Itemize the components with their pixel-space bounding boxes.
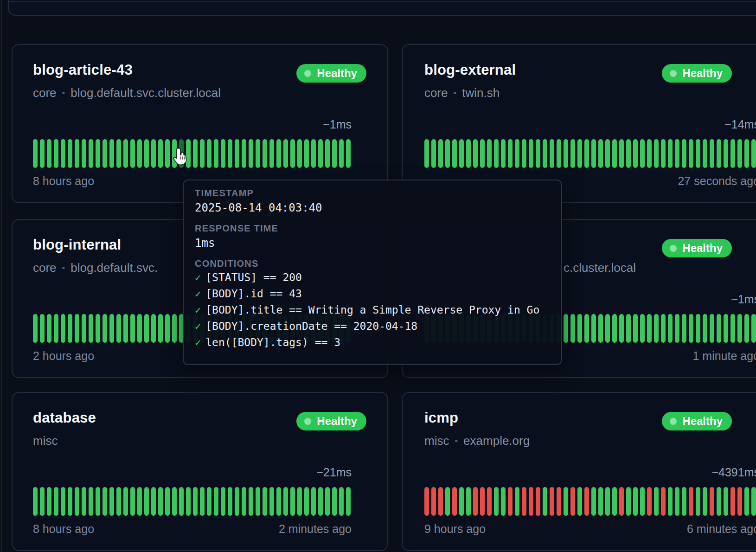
- uptime-bar[interactable]: [584, 487, 589, 516]
- uptime-bar[interactable]: [144, 139, 149, 168]
- uptime-bar[interactable]: [494, 487, 499, 516]
- uptime-bar[interactable]: [276, 139, 281, 168]
- uptime-bar[interactable]: [730, 487, 735, 516]
- uptime-bar[interactable]: [325, 487, 330, 516]
- uptime-bar[interactable]: [570, 139, 575, 168]
- uptime-bar[interactable]: [186, 487, 191, 516]
- uptime-bar[interactable]: [123, 487, 128, 516]
- uptime-bar[interactable]: [654, 487, 659, 516]
- uptime-bar[interactable]: [724, 487, 728, 516]
- uptime-bar[interactable]: [137, 139, 142, 168]
- uptime-bar[interactable]: [612, 487, 617, 516]
- uptime-bar[interactable]: [591, 487, 596, 516]
- uptime-bar[interactable]: [137, 314, 142, 343]
- uptime-bar[interactable]: [61, 139, 65, 168]
- uptime-bar[interactable]: [61, 487, 65, 516]
- uptime-bar[interactable]: [325, 139, 330, 168]
- uptime-bar[interactable]: [577, 314, 582, 343]
- uptime-bar[interactable]: [717, 139, 721, 168]
- uptime-bar[interactable]: [249, 139, 253, 168]
- uptime-bar[interactable]: [570, 487, 575, 516]
- uptime-bar[interactable]: [543, 139, 547, 168]
- uptime-bar[interactable]: [40, 139, 45, 168]
- uptime-bar[interactable]: [605, 487, 610, 516]
- uptime-bar[interactable]: [68, 139, 72, 168]
- uptime-bar[interactable]: [40, 487, 45, 516]
- uptime-bar[interactable]: [612, 314, 617, 343]
- uptime-bar[interactable]: [466, 139, 471, 168]
- uptime-bar[interactable]: [54, 314, 58, 343]
- uptime-bar[interactable]: [626, 139, 631, 168]
- uptime-bar[interactable]: [304, 487, 309, 516]
- uptime-bar[interactable]: [445, 139, 450, 168]
- uptime-bar[interactable]: [283, 487, 288, 516]
- uptime-bar[interactable]: [570, 314, 575, 343]
- uptime-bar[interactable]: [737, 314, 742, 343]
- uptime-bar[interactable]: [647, 139, 652, 168]
- uptime-bar[interactable]: [82, 314, 86, 343]
- uptime-bar[interactable]: [522, 487, 526, 516]
- uptime-bar[interactable]: [123, 139, 128, 168]
- uptime-bar[interactable]: [235, 139, 239, 168]
- uptime-bar[interactable]: [47, 139, 51, 168]
- uptime-bar[interactable]: [221, 487, 225, 516]
- uptime-bar[interactable]: [256, 487, 260, 516]
- uptime-bar[interactable]: [689, 139, 693, 168]
- uptime-bar[interactable]: [605, 314, 610, 343]
- uptime-bar[interactable]: [626, 487, 631, 516]
- uptime-bar[interactable]: [591, 139, 596, 168]
- uptime-bar[interactable]: [297, 487, 302, 516]
- uptime-bar[interactable]: [424, 139, 429, 168]
- uptime-bar[interactable]: [68, 487, 72, 516]
- uptime-bar[interactable]: [339, 487, 344, 516]
- uptime-bar[interactable]: [89, 314, 93, 343]
- uptime-bar[interactable]: [249, 487, 253, 516]
- uptime-bar[interactable]: [633, 487, 638, 516]
- uptime-bar[interactable]: [207, 139, 211, 168]
- uptime-bar[interactable]: [172, 314, 177, 343]
- uptime-bar[interactable]: [459, 139, 464, 168]
- uptime-bar[interactable]: [318, 139, 323, 168]
- uptime-bar[interactable]: [584, 314, 589, 343]
- uptime-bar[interactable]: [431, 139, 436, 168]
- uptime-bar[interactable]: [744, 314, 749, 343]
- uptime-bar[interactable]: [487, 487, 492, 516]
- uptime-bar[interactable]: [96, 139, 100, 168]
- uptime-bar[interactable]: [480, 487, 485, 516]
- uptime-bar[interactable]: [61, 314, 65, 343]
- uptime-bar[interactable]: [730, 139, 735, 168]
- uptime-bar[interactable]: [529, 487, 533, 516]
- uptime-bar[interactable]: [158, 487, 163, 516]
- uptime-bar[interactable]: [75, 139, 79, 168]
- uptime-bar[interactable]: [200, 139, 205, 168]
- uptime-bar[interactable]: [459, 487, 464, 516]
- uptime-bar[interactable]: [54, 487, 58, 516]
- uptime-bar[interactable]: [550, 139, 554, 168]
- uptime-bar[interactable]: [675, 487, 679, 516]
- uptime-bar[interactable]: [494, 139, 499, 168]
- uptime-bar[interactable]: [619, 314, 624, 343]
- uptime-bar[interactable]: [598, 314, 603, 343]
- uptime-bar[interactable]: [256, 139, 260, 168]
- uptime-bar[interactable]: [640, 487, 645, 516]
- uptime-bar[interactable]: [480, 139, 485, 168]
- uptime-bar[interactable]: [703, 314, 707, 343]
- uptime-bar[interactable]: [710, 314, 714, 343]
- uptime-bar[interactable]: [214, 487, 218, 516]
- uptime-bar[interactable]: [557, 487, 561, 516]
- uptime-bar[interactable]: [47, 314, 51, 343]
- uptime-bar[interactable]: [158, 139, 163, 168]
- uptime-bar[interactable]: [661, 314, 666, 343]
- uptime-bar[interactable]: [633, 314, 638, 343]
- uptime-bar[interactable]: [529, 139, 533, 168]
- uptime-bar[interactable]: [703, 139, 707, 168]
- uptime-bar[interactable]: [508, 487, 513, 516]
- uptime-bar[interactable]: [744, 487, 749, 516]
- uptime-bar[interactable]: [221, 139, 225, 168]
- uptime-bar[interactable]: [116, 314, 121, 343]
- uptime-bar[interactable]: [109, 314, 114, 343]
- uptime-bar[interactable]: [33, 314, 38, 343]
- uptime-bar[interactable]: [696, 487, 700, 516]
- uptime-bar[interactable]: [214, 139, 218, 168]
- uptime-bar[interactable]: [263, 487, 267, 516]
